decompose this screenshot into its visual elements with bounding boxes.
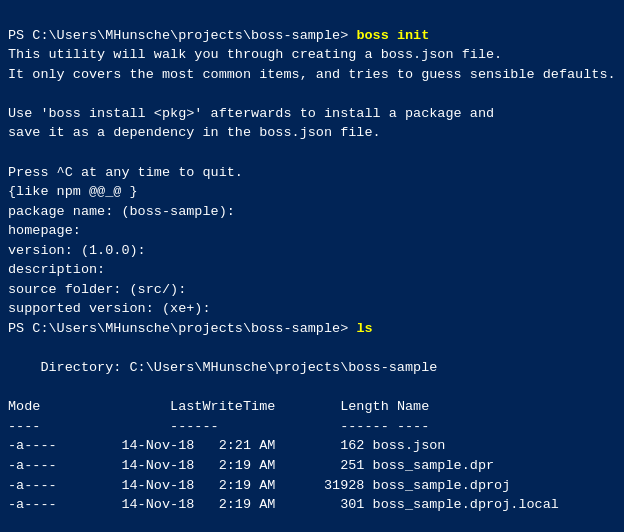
command-1: boss init <box>356 28 429 43</box>
sep-mode: ---- <box>8 419 170 434</box>
command-2: ls <box>356 321 372 336</box>
file-row-2: -a---- 14-Nov-18 2:19 AM 251 boss_sample… <box>8 458 494 473</box>
output-line-1: This utility will walk you through creat… <box>8 47 502 62</box>
sep-name: ---- <box>397 419 429 434</box>
prompt-line-2: PS C:\Users\MHunsche\projects\boss-sampl… <box>8 321 373 336</box>
prompt-text-2: PS C:\Users\MHunsche\projects\boss-sampl… <box>8 321 348 336</box>
file-row-3: -a---- 14-Nov-18 2:19 AM 31928 boss_samp… <box>8 478 510 493</box>
sep-lwt: ------ <box>170 419 340 434</box>
table-header: Mode LastWriteTime Length Name <box>8 399 429 414</box>
file-row-1: -a---- 14-Nov-18 2:21 AM 162 boss.json <box>8 438 445 453</box>
output-line-8: {like npm @@_@ } <box>8 184 138 199</box>
output-line-10: homepage: <box>8 223 81 238</box>
output-line-11: version: (1.0.0): <box>8 243 146 258</box>
output-line-14: supported version: (xe+): <box>8 301 211 316</box>
col-lwt-header: LastWriteTime <box>170 399 340 414</box>
output-line-2: It only covers the most common items, an… <box>8 67 616 82</box>
col-mode-header: Mode <box>8 399 170 414</box>
sep-len: ------ <box>340 419 397 434</box>
output-line-12: description: <box>8 262 105 277</box>
output-line-4: Use 'boss install <pkg>' afterwards to i… <box>8 106 494 121</box>
output-line-7: Press ^C at any time to quit. <box>8 165 243 180</box>
output-line-5: save it as a dependency in the boss.json… <box>8 125 381 140</box>
prompt-text-1: PS C:\Users\MHunsche\projects\boss-sampl… <box>8 28 348 43</box>
prompt-line-1: PS C:\Users\MHunsche\projects\boss-sampl… <box>8 28 429 43</box>
table-separator: ---- ------ ------ ---- <box>8 419 429 434</box>
output-line-9: package name: (boss-sample): <box>8 204 235 219</box>
file-row-4: -a---- 14-Nov-18 2:19 AM 301 boss_sample… <box>8 497 559 512</box>
directory-line: Directory: C:\Users\MHunsche\projects\bo… <box>8 360 437 375</box>
output-line-13: source folder: (src/): <box>8 282 186 297</box>
terminal-window: PS C:\Users\MHunsche\projects\boss-sampl… <box>0 0 624 532</box>
col-len-header: Length <box>340 399 397 414</box>
col-name-header: Name <box>397 399 429 414</box>
